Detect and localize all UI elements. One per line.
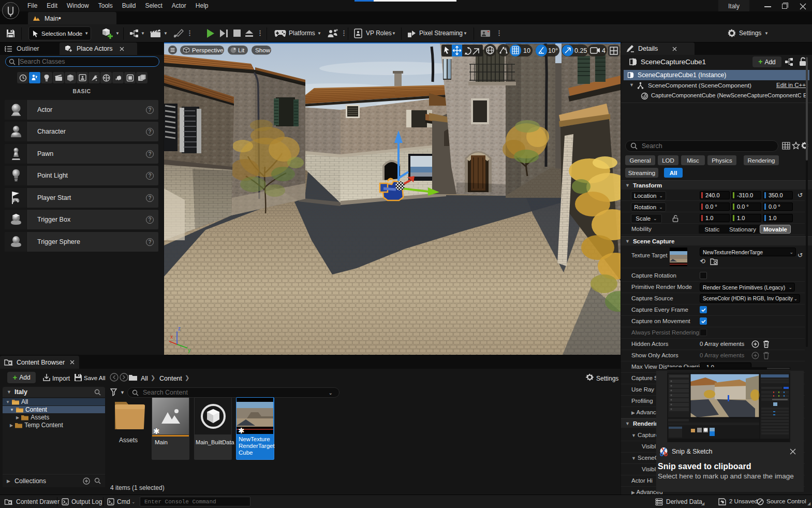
svg-text:10: 10 bbox=[523, 47, 530, 54]
svg-text:10°: 10° bbox=[548, 47, 558, 54]
svg-text:z: z bbox=[178, 326, 181, 331]
svg-text:x: x bbox=[170, 334, 173, 340]
svg-text:y: y bbox=[188, 347, 190, 353]
svg-text:Perspective: Perspective bbox=[192, 47, 224, 53]
svg-text:Lit: Lit bbox=[238, 47, 245, 53]
svg-text:4: 4 bbox=[602, 47, 606, 54]
svg-text:Show: Show bbox=[255, 47, 271, 53]
svg-text:0.25: 0.25 bbox=[574, 47, 587, 54]
